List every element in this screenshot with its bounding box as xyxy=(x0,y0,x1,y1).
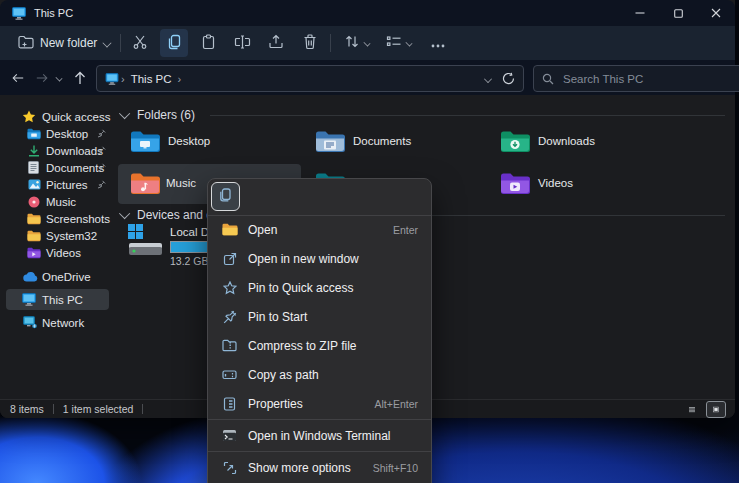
tile-documents[interactable]: Documents xyxy=(305,122,488,162)
chevron-down-icon xyxy=(56,74,63,81)
tile-label: Videos xyxy=(538,177,573,189)
menu-item-label: Open in new window xyxy=(248,252,418,266)
menu-item-compress-to-zip[interactable]: Compress to ZIP file xyxy=(208,331,431,360)
address-row: › This PC › xyxy=(0,60,735,95)
chevron-down-icon xyxy=(364,40,371,47)
menu-item-open[interactable]: Open Enter xyxy=(208,215,431,244)
menu-item-label: Copy as path xyxy=(248,368,418,382)
view-icon xyxy=(386,35,402,51)
copy-icon xyxy=(167,34,182,53)
music-folder-icon xyxy=(130,172,160,200)
menu-item-properties[interactable]: Properties Alt+Enter xyxy=(208,389,431,418)
sidebar-item-label: Videos xyxy=(46,247,81,259)
tile-label: Music xyxy=(166,177,196,189)
pin-icon xyxy=(97,129,106,138)
address-bar[interactable]: › This PC › xyxy=(96,65,524,92)
rename-button[interactable] xyxy=(228,29,256,57)
menu-item-pin-to-quick-access[interactable]: Pin to Quick access xyxy=(208,273,431,302)
copy-button[interactable] xyxy=(160,29,188,57)
network-icon xyxy=(23,316,37,329)
cut-icon xyxy=(132,34,148,53)
menu-item-open-in-windows-terminal[interactable]: Open in Windows Terminal xyxy=(208,421,431,450)
recent-locations-button[interactable] xyxy=(50,65,68,90)
menu-item-pin-to-start[interactable]: Pin to Start xyxy=(208,302,431,331)
minimize-button[interactable] xyxy=(621,0,659,26)
this-pc-icon xyxy=(12,7,26,20)
open-folder-icon xyxy=(221,223,238,236)
pin-icon xyxy=(221,310,238,324)
delete-icon xyxy=(303,34,317,53)
sidebar-item-this-pc[interactable]: This PC xyxy=(6,289,109,310)
copy-quick-action-button[interactable] xyxy=(211,182,240,211)
menu-item-shortcut: Enter xyxy=(393,224,418,236)
tile-desktop[interactable]: Desktop xyxy=(120,122,303,162)
maximize-button[interactable] xyxy=(659,0,697,26)
menu-separator xyxy=(208,451,431,452)
menu-item-shortcut: Alt+Enter xyxy=(375,398,418,410)
view-button[interactable] xyxy=(380,29,418,57)
tile-downloads[interactable]: Downloads xyxy=(490,122,673,162)
desktop: This PC New folder xyxy=(0,0,739,483)
search-box[interactable] xyxy=(533,65,739,92)
menu-item-copy-as-path[interactable]: Copy as path xyxy=(208,360,431,389)
group-header-rule xyxy=(210,115,725,116)
sidebar-item-label: Screenshots xyxy=(46,213,110,225)
sidebar-item-label: Documents xyxy=(46,162,104,174)
collapse-chevron-icon xyxy=(119,208,130,219)
delete-button[interactable] xyxy=(296,29,324,57)
new-folder-icon xyxy=(18,35,34,52)
pictures-icon xyxy=(28,179,41,190)
address-dropdown-icon[interactable] xyxy=(484,75,492,83)
sidebar-item-videos[interactable]: Videos xyxy=(0,243,115,262)
folders-group-header[interactable]: Folders (6) xyxy=(122,107,725,123)
navigation-pane: Quick access Desktop Downloads Documents… xyxy=(0,95,115,400)
title-bar: This PC xyxy=(0,0,735,26)
chevron-down-icon xyxy=(103,38,112,47)
close-button[interactable] xyxy=(697,0,735,26)
sidebar-item-label: Downloads xyxy=(46,145,103,157)
tile-label: Downloads xyxy=(538,135,595,147)
pin-icon xyxy=(97,163,106,172)
breadcrumb-this-pc[interactable]: This PC xyxy=(131,73,172,85)
toolbar-divider xyxy=(330,34,331,52)
sort-icon xyxy=(344,34,360,52)
sidebar-item-label: Pictures xyxy=(46,179,88,191)
sidebar-item-onedrive[interactable]: OneDrive xyxy=(0,267,115,286)
command-toolbar: New folder xyxy=(0,26,735,60)
breadcrumb-chevron-icon: › xyxy=(178,73,182,85)
share-button[interactable] xyxy=(262,29,290,57)
up-button[interactable] xyxy=(68,65,92,90)
status-divider xyxy=(53,404,54,414)
show-more-icon xyxy=(221,461,238,475)
desktop-folder-icon xyxy=(27,128,41,140)
see-more-button[interactable] xyxy=(424,29,452,57)
menu-item-label: Open in Windows Terminal xyxy=(248,429,418,443)
paste-button[interactable] xyxy=(194,29,222,57)
new-folder-button[interactable]: New folder xyxy=(10,29,119,57)
menu-item-open-in-new-window[interactable]: Open in new window xyxy=(208,244,431,273)
sort-button[interactable] xyxy=(338,29,376,57)
terminal-icon xyxy=(221,429,238,442)
zip-folder-icon xyxy=(221,339,238,352)
window-controls xyxy=(621,0,735,26)
tile-label: Desktop xyxy=(168,135,210,147)
menu-separator xyxy=(208,419,431,420)
folder-icon xyxy=(27,230,41,242)
refresh-icon[interactable] xyxy=(502,72,515,85)
menu-item-show-more-options[interactable]: Show more options Shift+F10 xyxy=(208,453,431,482)
back-button[interactable] xyxy=(6,65,30,90)
sidebar-item-label: OneDrive xyxy=(42,271,91,283)
sidebar-item-network[interactable]: Network xyxy=(0,313,115,332)
desktop-folder-icon xyxy=(130,130,160,158)
search-input[interactable] xyxy=(561,72,734,86)
menu-item-label: Open xyxy=(248,223,393,237)
selection-count: 1 item selected xyxy=(63,403,134,415)
onedrive-cloud-icon xyxy=(23,272,38,282)
details-view-button[interactable] xyxy=(683,402,701,417)
tile-videos[interactable]: Videos xyxy=(490,164,673,204)
downloads-folder-icon xyxy=(500,130,530,158)
downloads-icon xyxy=(28,145,40,157)
copy-icon xyxy=(219,188,232,206)
cut-button[interactable] xyxy=(126,29,154,57)
large-icons-view-button[interactable] xyxy=(707,402,725,417)
